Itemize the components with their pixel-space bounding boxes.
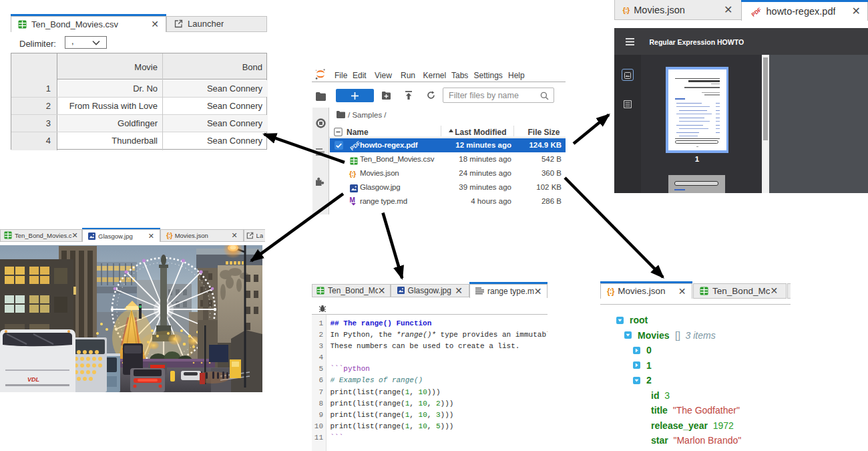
svg-text:PDF: PDF (750, 6, 761, 17)
svg-text:VDL: VDL (27, 376, 39, 383)
svg-text:M: M (350, 196, 355, 204)
svg-text:PDF: PDF (349, 140, 360, 152)
